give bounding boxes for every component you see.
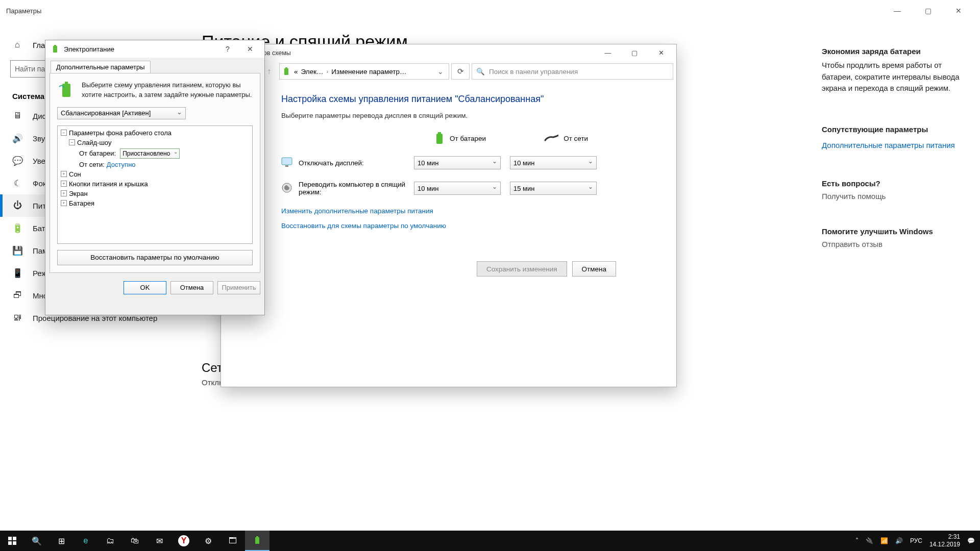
taskbar-app-panel[interactable]: 🗔 — [220, 531, 245, 551]
svg-rect-5 — [285, 165, 288, 167]
plan-settings-titlebar: ие параметров схемы — ▢ ✕ — [221, 44, 676, 61]
svg-rect-13 — [8, 541, 12, 545]
breadcrumb[interactable]: « Элек… › Изменение параметр… ⌄ — [279, 63, 449, 80]
settings-tree[interactable]: −Параметры фона рабочего стола −Слайд-шо… — [57, 126, 253, 244]
search-box[interactable]: 🔍 Поиск в панели управления — [472, 63, 673, 80]
taskbar-app-mail[interactable]: ✉ — [147, 531, 172, 551]
start-button[interactable] — [0, 531, 24, 551]
cancel-button[interactable]: Отмена — [572, 261, 616, 277]
right-heading: Экономия заряда батареи — [822, 47, 965, 56]
svg-rect-7 — [53, 46, 57, 53]
close-button[interactable]: ✕ — [943, 0, 974, 21]
tree-node-buttons-lid[interactable]: +Кнопки питания и крышка — [59, 179, 251, 189]
taskbar-app-yandex[interactable]: Y — [172, 531, 196, 551]
tree-node-desktop-bg[interactable]: −Параметры фона рабочего стола — [59, 128, 251, 138]
close-button[interactable]: ✕ — [239, 40, 261, 58]
advanced-tab[interactable]: Дополнительные параметры — [51, 61, 151, 73]
right-text: Чтобы продлить время работы от батареи, … — [822, 60, 965, 94]
close-button[interactable]: ✕ — [648, 44, 674, 61]
taskbar-app-explorer[interactable]: 🗂 — [98, 531, 122, 551]
ok-button[interactable]: OK — [124, 281, 166, 294]
power-plan-icon — [282, 67, 291, 76]
get-help-link[interactable]: Получить помощь — [822, 192, 965, 201]
clock-date: 14.12.2019 — [929, 541, 960, 548]
breadcrumb-dropdown[interactable]: ⌄ — [434, 67, 447, 76]
expand-icon[interactable]: + — [61, 181, 67, 187]
taskbar-app-store[interactable]: 🛍 — [122, 531, 147, 551]
plug-icon — [544, 133, 558, 144]
monitor-icon — [281, 157, 292, 169]
tray-wifi-icon[interactable]: 📶 — [880, 537, 888, 544]
adv-title: Электропитание — [64, 45, 114, 53]
tray-battery-icon[interactable]: 🔌 — [866, 537, 873, 544]
maximize-button[interactable]: ▢ — [913, 0, 943, 21]
power-scheme-dropdown[interactable]: Сбалансированная [Активен] — [57, 107, 186, 119]
taskbar-app-settings[interactable]: ⚙ — [196, 531, 220, 551]
chevron-right-icon: › — [327, 68, 329, 74]
restore-defaults-link[interactable]: Восстановить для схемы параметры по умол… — [281, 222, 616, 230]
multitask-icon: 🗗 — [12, 290, 22, 300]
taskbar-app-power-options[interactable] — [245, 531, 270, 551]
tree-node-on-battery[interactable]: От батареи: Приостановлено — [59, 147, 251, 160]
taskbar-app-edge[interactable]: e — [74, 531, 98, 551]
sleep-battery-dropdown[interactable]: 10 мин — [414, 182, 501, 195]
tree-node-screen[interactable]: +Экран — [59, 189, 251, 198]
search-button[interactable]: 🔍 — [24, 531, 49, 551]
additional-power-link[interactable]: Дополнительные параметры питания — [822, 141, 965, 149]
col-ac-label: От сети — [564, 135, 588, 142]
slideshow-ac-value[interactable]: Доступно — [107, 161, 136, 168]
minimize-button[interactable]: — — [595, 44, 621, 61]
sleep-row: Переводить компьютер в спящий режим: 10 … — [281, 181, 616, 196]
svg-rect-1 — [285, 67, 287, 68]
home-icon: ⌂ — [12, 40, 22, 50]
collapse-icon[interactable]: − — [61, 130, 67, 136]
power-icon: ⏻ — [12, 201, 22, 211]
plan-settings-content: Настройка схемы управления питанием "Сба… — [221, 82, 676, 289]
tree-node-battery[interactable]: +Батарея — [59, 198, 251, 208]
task-view-button[interactable]: ⊞ — [49, 531, 74, 551]
apply-button[interactable]: Применить — [217, 281, 260, 294]
change-advanced-link[interactable]: Изменить дополнительные параметры питани… — [281, 207, 616, 215]
plan-subtext: Выберите параметры перевода дисплея в сп… — [281, 112, 616, 119]
expand-icon[interactable]: + — [61, 190, 67, 196]
restore-defaults-button[interactable]: Восстановить параметры по умолчанию — [57, 250, 253, 265]
tree-node-slideshow[interactable]: −Слайд-шоу — [59, 138, 251, 147]
minimize-button[interactable]: — — [882, 0, 913, 21]
maximize-button[interactable]: ▢ — [621, 44, 648, 61]
settings-titlebar: Параметры — ▢ ✕ — [0, 0, 980, 21]
tray-language-indicator[interactable]: РУС — [910, 537, 922, 544]
display-off-battery-dropdown[interactable]: 10 мин — [414, 156, 501, 169]
plan-settings-window: ие параметров схемы — ▢ ✕ ← → ↑ « Элек… … — [220, 44, 677, 387]
svg-rect-9 — [62, 84, 70, 97]
tray-volume-icon[interactable]: 🔊 — [895, 537, 903, 544]
feedback-link[interactable]: Отправить отзыв — [822, 240, 965, 248]
tray-overflow-icon[interactable]: ˄ — [855, 537, 859, 544]
refresh-button[interactable]: ⟳ — [451, 63, 470, 80]
battery-icon: 🔋 — [12, 223, 22, 233]
svg-rect-3 — [438, 132, 441, 134]
tree-node-sleep[interactable]: +Сон — [59, 169, 251, 179]
collapse-icon[interactable]: − — [69, 139, 75, 145]
tray-action-center-icon[interactable]: 💬 — [967, 537, 975, 544]
help-button[interactable]: ? — [216, 40, 239, 58]
adv-action-row: OK Отмена Применить — [45, 277, 264, 299]
bc-seg-2[interactable]: Изменение параметр… — [331, 68, 406, 76]
cancel-button[interactable]: Отмена — [170, 281, 213, 294]
slideshow-battery-dropdown[interactable]: Приостановлено — [120, 148, 180, 159]
sleep-icon — [281, 182, 292, 195]
advanced-power-dialog: Электропитание ? ✕ Дополнительные параме… — [45, 40, 265, 315]
bc-seg-1[interactable]: Элек… — [301, 68, 324, 76]
svg-rect-11 — [8, 537, 12, 540]
tree-node-on-ac[interactable]: От сети: Доступно — [59, 160, 251, 169]
tray-clock[interactable]: 2:31 14.12.2019 — [929, 533, 960, 548]
expand-icon[interactable]: + — [61, 200, 67, 206]
storage-icon: 💾 — [12, 245, 22, 256]
expand-icon[interactable]: + — [61, 171, 67, 177]
power-plan-icon — [51, 44, 60, 54]
display-off-ac-dropdown[interactable]: 10 мин — [510, 156, 597, 169]
window-controls: — ▢ ✕ — [882, 0, 974, 21]
sleep-ac-dropdown[interactable]: 15 мин — [510, 182, 597, 195]
related-settings-link[interactable]: Сопутствующие параметры — [822, 125, 965, 134]
save-button[interactable]: Сохранить изменения — [477, 261, 567, 277]
plan-heading: Настройка схемы управления питанием "Сба… — [281, 94, 616, 105]
